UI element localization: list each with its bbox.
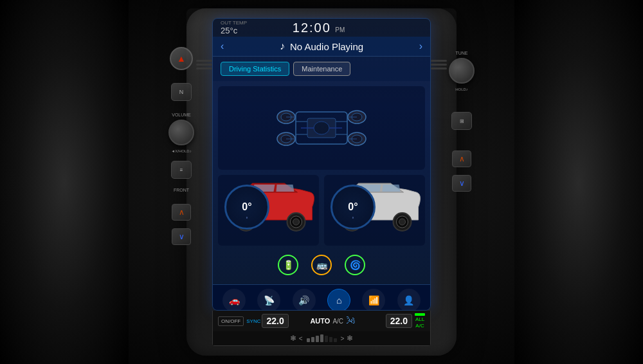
climate-onoff[interactable]: ON/OFF (218, 316, 244, 326)
fan-level-bars (307, 334, 337, 342)
fan-bar-6 (329, 337, 332, 342)
clock-display: 12:00 PM (293, 21, 345, 35)
front-icon: ≡ (180, 167, 183, 173)
hazard-button[interactable]: ▲ (170, 47, 193, 70)
climate-bottom: ❄ < > ❄ (213, 331, 430, 345)
interior-left (0, 0, 129, 364)
svg-point-30 (399, 219, 406, 225)
fan-bar-2 (311, 337, 314, 342)
clock-time: 12:00 (293, 21, 331, 35)
ac-status: A/C (415, 323, 424, 329)
audio-next[interactable]: › (419, 41, 422, 52)
nav-bar: 🚗 📡 🔊 ⌂ 📶 👤 (213, 284, 430, 311)
music-icon: ♪ (280, 41, 285, 52)
fan-bar-5 (325, 336, 328, 342)
clock-period: PM (335, 26, 345, 33)
fan-less-label: < (299, 335, 303, 342)
display-icon: ⊞ (460, 118, 464, 124)
main-screen: OUT TEMP 25°c 12:00 PM ‹ ♪ No Audio Play… (212, 18, 431, 311)
wheel-panel-left: 0° ° (218, 175, 319, 246)
chassis-svg (257, 93, 386, 163)
svg-point-16 (314, 122, 329, 134)
battery-status-icon[interactable]: 🔋 (278, 255, 298, 275)
climate-main: ON/OFF SYNC 22.0 AUTO A/C 🌬 22.0 (213, 311, 430, 331)
svg-point-24 (293, 219, 300, 225)
ac-mode-label: A/C (332, 318, 343, 325)
side-buttons-left: ▲ N VOLUME ◄X/HOLD♪ ≡ FRONT ∧ ∨ (168, 47, 194, 245)
climate-labels: SYNC (246, 318, 260, 324)
front-label: FRONT (174, 188, 189, 192)
car-interior: ▲ N VOLUME ◄X/HOLD♪ ≡ FRONT ∧ ∨ (0, 0, 643, 364)
wheel-value-right: 0° (348, 201, 358, 213)
nfc-button[interactable]: N (171, 83, 192, 101)
display-button[interactable]: ⊞ (451, 112, 472, 130)
temp-display: OUT TEMP 25°c (221, 20, 247, 35)
audio-title: No Audio Playing (290, 41, 363, 52)
left-vent (196, 60, 212, 69)
status-bar: OUT TEMP 25°c 12:00 PM (213, 19, 430, 37)
drive-status-icon[interactable]: 🚌 (311, 255, 332, 275)
nav-profile[interactable]: 👤 (397, 289, 421, 311)
fan-decrease-icon[interactable]: ❄ (290, 334, 296, 343)
fan-control-left: ❄ < (290, 334, 303, 343)
temp-left-section: SYNC 22.0 (246, 314, 288, 328)
left-arrow-down[interactable]: ∨ (172, 228, 191, 245)
bottom-status-icons: 🔋 🚌 🌀 (278, 251, 365, 279)
climate-icons-right: ALL A/C (415, 313, 425, 329)
tab-maintenance[interactable]: Maintenance (293, 62, 350, 76)
interior-right (514, 0, 643, 364)
right-arrow-down[interactable]: ∨ (452, 175, 471, 192)
right-arrow-up[interactable]: ∧ (452, 150, 471, 167)
wheel-unit-left: ° (246, 217, 248, 221)
fan-area: 🌬 (346, 314, 364, 327)
sync-label: SYNC (246, 318, 260, 324)
right-vent (431, 60, 447, 69)
wheel-value-left: 0° (242, 201, 251, 213)
volume-knob[interactable] (168, 120, 194, 145)
climate-center: AUTO A/C 🌬 (291, 314, 383, 327)
climate-bar: ON/OFF SYNC 22.0 AUTO A/C 🌬 22.0 (212, 311, 431, 346)
console-frame: ▲ N VOLUME ◄X/HOLD♪ ≡ FRONT ∧ ∨ (186, 8, 457, 356)
wheel-gauge-right: 0° ° (331, 185, 376, 230)
wheel-gauge-left: 0° ° (224, 185, 269, 230)
tab-bar: Driving Statistics Maintenance (213, 57, 430, 81)
side-buttons-right: TUNE HOLD♪ ⊞ ∧ ∨ (449, 47, 475, 192)
audio-prev[interactable]: ‹ (221, 41, 224, 52)
tab-driving-statistics[interactable]: Driving Statistics (221, 62, 289, 76)
nav-audio[interactable]: 🔊 (293, 289, 316, 311)
audio-info: ♪ No Audio Playing (280, 41, 363, 52)
climate-temp-left: 22.0 (262, 314, 288, 328)
climate-temp-right: 22.0 (386, 314, 412, 328)
temp-label: OUT TEMP (221, 20, 247, 26)
left-arrow-up[interactable]: ∧ (172, 204, 191, 221)
ac-all-label: ALL (415, 316, 424, 322)
fan-more-label: > (341, 335, 345, 342)
fan-bar-4 (320, 334, 323, 342)
chassis-diagram (218, 86, 425, 170)
fan-bar-7 (334, 338, 337, 342)
awd-status-icon[interactable]: 🌀 (345, 255, 365, 275)
audio-bar: ‹ ♪ No Audio Playing › (213, 37, 430, 57)
tune-knob[interactable] (449, 58, 475, 84)
wheel-views: 0° ° (218, 175, 425, 246)
right-hold-label: HOLD♪ (455, 87, 468, 91)
chassis-view: 0° ° (213, 81, 430, 284)
front-button[interactable]: ≡ (171, 161, 192, 179)
nav-home[interactable]: ⌂ (327, 289, 350, 311)
wheel-unit-right: ° (352, 217, 354, 221)
fan-control-right: > ❄ (341, 334, 354, 343)
auto-label: AUTO (310, 317, 330, 325)
fan-bar-1 (307, 338, 310, 342)
nav-signal[interactable]: 📡 (257, 289, 280, 311)
fan-increase-icon[interactable]: ❄ (347, 334, 353, 343)
wheel-panel-right: 0° ° (324, 175, 425, 246)
nav-car[interactable]: 🚗 (222, 289, 246, 311)
hold-label: ◄X/HOLD♪ (171, 149, 191, 153)
fan-bar-3 (316, 336, 319, 342)
volume-label: VOLUME (172, 113, 191, 117)
tune-label: TUNE (455, 51, 467, 55)
ac-green-bar (415, 313, 425, 316)
nav-phone[interactable]: 📶 (362, 289, 385, 311)
temp-value: 25°c (221, 26, 247, 35)
